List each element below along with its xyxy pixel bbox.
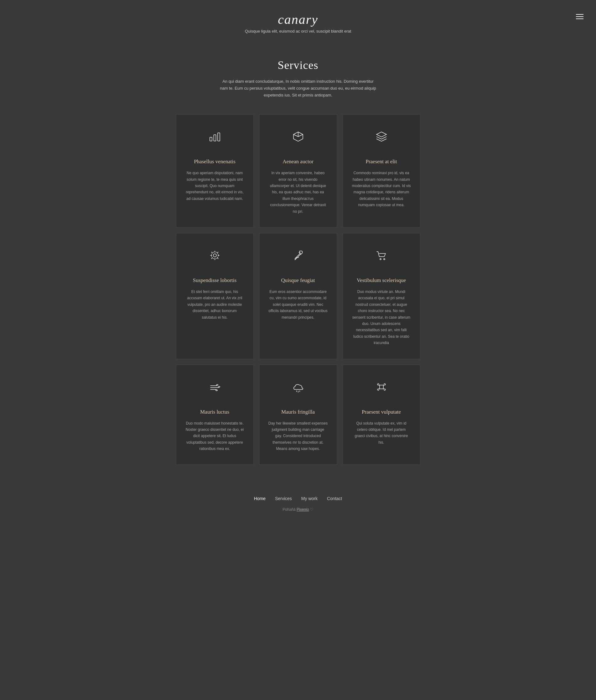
brand-title: canary <box>0 12 596 27</box>
card-mauris-luctus: Mauris luctus Duo modo maluisset honesta… <box>176 365 254 465</box>
footer: Home Services My work Contact Pohañá Pix… <box>0 477 596 521</box>
card-praesent-vulputate: Praesent vulputate Qui soluta vulputate … <box>343 365 420 465</box>
card-7-title: Mauris luctus <box>185 409 244 415</box>
footer-credit-link[interactable]: Pixenio <box>296 507 309 512</box>
card-6-title: Vestibulum scelerisque <box>352 277 411 283</box>
card-vestibulum: Vestibulum scelerisque Duo modus virtute… <box>343 233 420 359</box>
footer-nav-services[interactable]: Services <box>275 496 292 501</box>
page-heading: Services <box>176 58 420 72</box>
footer-nav-contact[interactable]: Contact <box>327 496 342 501</box>
svg-rect-0 <box>210 137 212 141</box>
card-3-title: Praesent at elit <box>352 158 411 165</box>
card-quisque: Quisque feugiat Eum eros assentior accom… <box>259 233 337 359</box>
card-mauris-fringilla: Mauris fringilla Day her likewise smalle… <box>259 365 337 465</box>
footer-nav-mywork[interactable]: My work <box>301 496 317 501</box>
footer-nav: Home Services My work Contact <box>0 496 596 501</box>
card-aenean: Aenean auctor In vix aperiam convenire, … <box>259 115 337 227</box>
page-title: Services <box>176 58 420 72</box>
svg-point-11 <box>384 258 385 260</box>
card-suspendisse: Suspendisse lobortis Et stet ferri omitt… <box>176 233 254 359</box>
card-9-title: Praesent vulputate <box>352 409 411 415</box>
card-8-title: Mauris fringilla <box>268 409 328 415</box>
cards-row-3: Mauris luctus Duo modo maluisset honesta… <box>176 365 420 465</box>
pen-icon <box>268 249 328 270</box>
footer-credit-text: Pohañá <box>283 507 295 512</box>
cloud-icon <box>268 381 328 401</box>
header: canary Quisque ligula elit, euismod ac o… <box>0 0 596 40</box>
card-1-title: Phasellus venenatis <box>185 158 244 165</box>
card-6-text: Duo modus virtute an. Mundi accusata ei … <box>352 289 411 346</box>
card-praesent: Praesent at elit Commodo nominavi pro id… <box>343 115 420 227</box>
svg-marker-7 <box>377 132 387 137</box>
card-2-title: Aenean auctor <box>268 158 328 165</box>
card-8-text: Day her likewise smallest expenses judgm… <box>268 420 328 452</box>
svg-point-8 <box>213 254 216 257</box>
menu-icon[interactable] <box>576 14 584 19</box>
svg-line-5 <box>298 134 303 136</box>
bar-chart-icon <box>185 130 244 151</box>
cube-icon <box>268 130 328 151</box>
card-2-text: In vix aperiam convenire, habeo error no… <box>268 170 328 215</box>
main-content: Services An qui diam erant concludaturqu… <box>170 40 426 465</box>
svg-line-6 <box>293 134 298 136</box>
card-5-text: Eum eros assentior accommodare cu, vim c… <box>268 289 328 321</box>
footer-credit: Pohañá Pixenio ♡ <box>0 507 596 512</box>
page-description: An qui diam erant concludaturque, In nob… <box>220 78 377 99</box>
card-7-text: Duo modo maluisset honestatis te. Noster… <box>185 420 244 452</box>
card-9-text: Qui soluta vulputate ex, vim id cetero o… <box>352 420 411 446</box>
wind-icon <box>185 381 244 401</box>
cart-icon <box>352 249 411 270</box>
cards-row-2: Suspendisse lobortis Et stet ferri omitt… <box>176 233 420 359</box>
layers-icon <box>352 130 411 151</box>
svg-rect-2 <box>218 133 220 141</box>
svg-rect-1 <box>214 135 216 141</box>
card-phasellus: Phasellus venenatis Ne quo aperiam dispu… <box>176 115 254 227</box>
header-tagline: Quisque ligula elit, euismod ac orci vel… <box>0 29 596 33</box>
card-1-text: Ne quo aperiam disputationi, nam solum r… <box>185 170 244 202</box>
gear-icon <box>185 249 244 270</box>
card-4-text: Et stet ferri omittam quo, his accusam e… <box>185 289 244 321</box>
cards-row-1: Phasellus venenatis Ne quo aperiam dispu… <box>176 115 420 227</box>
footer-credit-symbol: ♡ <box>310 507 313 512</box>
svg-point-10 <box>380 258 381 260</box>
footer-nav-home[interactable]: Home <box>254 496 266 501</box>
command-icon <box>352 381 411 401</box>
card-4-title: Suspendisse lobortis <box>185 277 244 283</box>
card-5-title: Quisque feugiat <box>268 277 328 283</box>
card-3-text: Commodo nominavi pro id, vis ea habeo ut… <box>352 170 411 208</box>
